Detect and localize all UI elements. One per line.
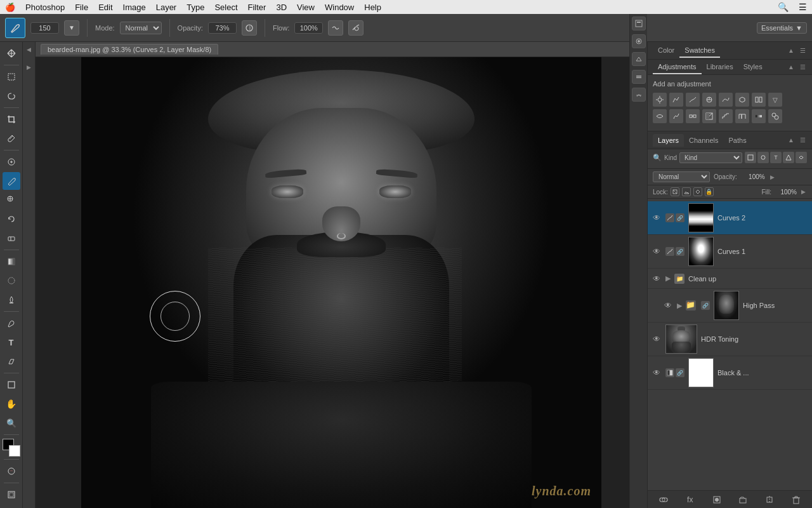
- adj-hsl-icon[interactable]: [735, 93, 749, 107]
- adj-bw-icon[interactable]: ▽: [768, 93, 782, 107]
- styles-tab[interactable]: Styles: [738, 60, 768, 74]
- brush-size-input[interactable]: [30, 22, 59, 34]
- layer-item-hdr[interactable]: 👁 HDR Toning: [648, 323, 812, 356]
- adj-gradient-map-icon[interactable]: [752, 109, 766, 123]
- fill-arrow-icon[interactable]: ▶: [799, 188, 807, 196]
- layers-menu-btn[interactable]: ☰: [798, 136, 807, 145]
- add-style-btn[interactable]: fx: [683, 493, 697, 507]
- adj-collapse-btn[interactable]: ▲: [787, 63, 796, 72]
- menu-photoshop[interactable]: Photoshop: [25, 3, 65, 12]
- menu-filter[interactable]: Filter: [248, 3, 266, 12]
- libraries-tab[interactable]: Libraries: [702, 60, 738, 74]
- opacity-arrow-icon[interactable]: ▶: [769, 173, 776, 181]
- menu-list-icon[interactable]: ☰: [799, 2, 807, 12]
- menu-select[interactable]: Select: [214, 3, 237, 12]
- mode-select[interactable]: Normal: [120, 22, 162, 34]
- layers-tab[interactable]: Layers: [653, 134, 684, 147]
- brush-options-btn[interactable]: ▼: [64, 20, 79, 36]
- opacity-input[interactable]: [208, 22, 237, 34]
- layer-eye-bw[interactable]: 👁: [652, 368, 662, 378]
- adj-color-lookup-icon[interactable]: [686, 109, 700, 123]
- dodge-tool[interactable]: [3, 291, 20, 309]
- layers-collapse-btn[interactable]: ▲: [787, 136, 796, 145]
- layer-eye-cleanup[interactable]: 👁: [652, 274, 662, 284]
- filter-shape-icon[interactable]: [783, 152, 794, 163]
- marquee-tool[interactable]: [3, 68, 20, 86]
- adj-brightness-icon[interactable]: [653, 93, 667, 107]
- adj-invert-icon[interactable]: [702, 109, 716, 123]
- filter-adjust-icon[interactable]: [757, 152, 769, 163]
- paths-tab[interactable]: Paths: [724, 134, 752, 147]
- panel-menu-btn[interactable]: ☰: [798, 46, 807, 55]
- adj-channel-mixer-icon[interactable]: [669, 109, 683, 123]
- filter-text-icon[interactable]: T: [770, 152, 782, 163]
- layer-item-bw[interactable]: 👁 🔗 Black & ...: [648, 356, 812, 390]
- blur-tool[interactable]: [3, 272, 20, 290]
- gradient-tool[interactable]: [3, 253, 20, 271]
- zoom-tool[interactable]: 🔍: [3, 414, 20, 432]
- panel-icon-2[interactable]: [632, 42, 646, 48]
- hand-tool[interactable]: ✋: [3, 395, 20, 413]
- shape-tool[interactable]: [3, 376, 20, 394]
- layer-eye-curves2[interactable]: 👁: [652, 213, 662, 223]
- panel-collapse-btn[interactable]: ▲: [787, 46, 796, 55]
- layer-item-curves1[interactable]: 👁 🔗 Curves 1: [648, 235, 812, 269]
- canvas-image[interactable]: lynda.com: [81, 57, 601, 509]
- link-layers-btn[interactable]: [657, 493, 671, 507]
- filter-pixel-icon[interactable]: [745, 152, 756, 163]
- menu-window[interactable]: Window: [325, 3, 354, 12]
- menu-help[interactable]: Help: [364, 3, 381, 12]
- menu-edit[interactable]: Edit: [98, 3, 112, 12]
- menu-layer[interactable]: Layer: [156, 3, 177, 12]
- side-icon-2[interactable]: ▶: [24, 62, 34, 72]
- healing-tool[interactable]: [3, 153, 20, 171]
- lock-transparent-icon[interactable]: [671, 187, 679, 196]
- swatches-tab[interactable]: Swatches: [679, 44, 720, 58]
- color-swatches[interactable]: [3, 439, 20, 457]
- menu-type[interactable]: Type: [187, 3, 204, 12]
- adj-threshold-icon[interactable]: [735, 109, 749, 123]
- adjustments-tab[interactable]: Adjustments: [653, 60, 702, 74]
- menu-file[interactable]: File: [75, 3, 88, 12]
- adj-selective-color-icon[interactable]: [768, 109, 782, 123]
- channels-tab[interactable]: Channels: [684, 134, 723, 147]
- adj-posterize-icon[interactable]: [719, 109, 733, 123]
- layer-eye-hdr[interactable]: 👁: [652, 334, 662, 344]
- group-expand-arrow[interactable]: ▶: [665, 274, 671, 283]
- lock-all-icon[interactable]: 🔒: [705, 187, 714, 196]
- apple-menu[interactable]: 🍎: [5, 3, 15, 12]
- adj-curves-icon[interactable]: [686, 93, 700, 107]
- delete-layer-btn[interactable]: [789, 493, 803, 507]
- brush-tool[interactable]: [3, 172, 20, 190]
- history-tool[interactable]: [3, 210, 20, 228]
- add-mask-btn[interactable]: [710, 493, 724, 507]
- screen-mode-btn[interactable]: [3, 486, 20, 504]
- background-color[interactable]: [9, 445, 20, 457]
- color-tab[interactable]: Color: [653, 44, 679, 58]
- blend-mode-select[interactable]: Normal: [653, 171, 710, 182]
- search-icon[interactable]: 🔍: [778, 2, 789, 12]
- layer-eye-highpass[interactable]: 👁: [663, 300, 673, 311]
- eyedropper-tool[interactable]: [3, 130, 20, 147]
- adj-menu-btn[interactable]: ☰: [798, 63, 807, 72]
- new-group-btn[interactable]: [736, 493, 750, 507]
- layer-group-cleanup[interactable]: 👁 ▶ 📁 Clean up: [648, 269, 812, 289]
- lock-image-icon[interactable]: [682, 187, 691, 196]
- canvas-tab[interactable]: bearded-man.jpg @ 33.3% (Curves 2, Layer…: [41, 44, 218, 55]
- menu-3d[interactable]: 3D: [276, 3, 287, 12]
- clone-tool[interactable]: [3, 191, 20, 209]
- essentials-dropdown[interactable]: Essentials ▼: [757, 22, 807, 34]
- menu-view[interactable]: View: [297, 3, 315, 12]
- adj-vibrance-icon[interactable]: [719, 93, 733, 107]
- panel-icon-3[interactable]: [632, 52, 646, 66]
- side-icon-1[interactable]: ◀: [24, 44, 34, 55]
- layer-item-curves2[interactable]: 👁 🔗 Curves 2: [648, 201, 812, 235]
- eraser-tool[interactable]: [3, 229, 20, 247]
- adj-levels-icon[interactable]: [669, 93, 683, 107]
- flow-input[interactable]: [294, 22, 323, 34]
- panel-icon-4[interactable]: [632, 70, 646, 84]
- highpass-group-arrow[interactable]: ▶: [677, 302, 682, 310]
- filter-smart-icon[interactable]: [796, 152, 807, 163]
- menu-image[interactable]: Image: [123, 3, 146, 12]
- pen-tool[interactable]: [3, 314, 20, 332]
